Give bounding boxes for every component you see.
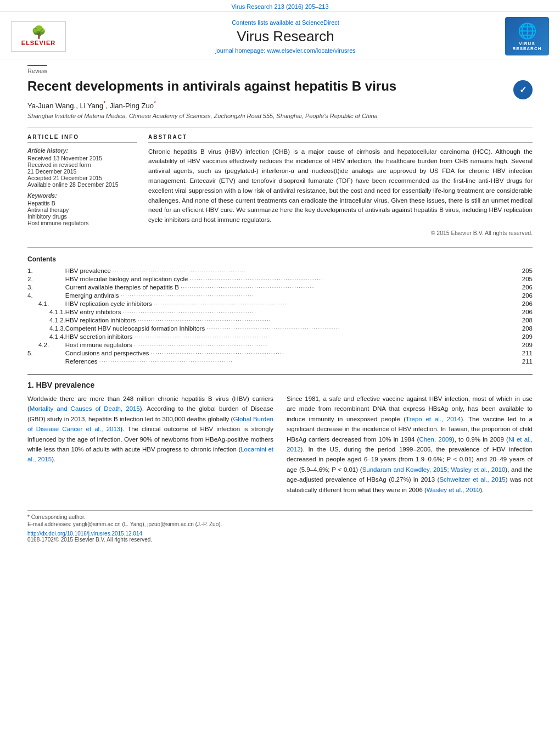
toc-num: 4.1. [27, 299, 65, 308]
ref-link-3[interactable]: Locarnini et al., 2015 [27, 446, 273, 462]
sciencedirect-label: Contents lists available at ScienceDirec… [66, 19, 505, 26]
toc-row: 4.2. Host immune regulators ············… [27, 341, 533, 349]
toc-page: 211 [511, 357, 533, 365]
section1-left-text: Worldwide there are more than 248 millio… [27, 394, 273, 465]
toc-title: HBV prevalence ·························… [65, 266, 511, 275]
contents-section: Contents 1. HBV prevalence ·············… [27, 255, 533, 365]
journal-citation: Virus Research 213 (2016) 205–213 [0, 0, 560, 12]
toc-title: HBV secretion inhibitors ···············… [65, 332, 511, 341]
contents-heading: Contents [27, 255, 533, 263]
article-history-block: Article history: Received 13 November 20… [27, 147, 137, 188]
ref-link-5[interactable]: Chen, 2009 [419, 436, 452, 443]
email-line: E-mail addresses: yangli@simm.ac.cn (L. … [27, 521, 533, 527]
copyright-line: © 2015 Elsevier B.V. All rights reserved… [148, 230, 533, 236]
virus-research-logo: 🌐 VIRUSRESEARCH [505, 17, 549, 55]
toc-page: 205 [511, 266, 533, 275]
toc-title: HBV replication inhibitors ·············… [65, 316, 511, 324]
toc-page: 209 [511, 341, 533, 349]
toc-page: 206 [511, 308, 533, 316]
keyword-4: Host immune regulators [27, 220, 137, 226]
toc-num: 3. [27, 283, 65, 291]
author2: Li Yang [80, 102, 103, 110]
main-divider [27, 374, 533, 375]
section1-heading: 1. HBV prevalence [27, 381, 533, 389]
homepage-link[interactable]: www.elsevier.com/locate/virusres [267, 47, 355, 54]
journal-homepage: journal homepage: www.elsevier.com/locat… [66, 47, 505, 54]
toc-num: 4. [27, 291, 65, 299]
abstract-panel: ABSTRACT Chronic hepatitis B virus (HBV)… [148, 134, 533, 237]
ref-link-9[interactable]: Wasley et al., 2010 [427, 487, 480, 493]
keyword-3: Inhibitory drugs [27, 213, 137, 220]
toc-page: 206 [511, 291, 533, 299]
header-center: Contents lists available at ScienceDirec… [66, 19, 505, 54]
toc-row: 3. Current available therapies of hepati… [27, 283, 533, 291]
toc-num: 4.1.4. [27, 332, 65, 341]
toc-title: Emerging antivirals ····················… [65, 291, 511, 299]
journal-title: Virus Research [66, 28, 505, 45]
email1-link[interactable]: yangli@simm.ac.cn [73, 521, 121, 527]
paper-title: Recent developments in antivirals agains… [27, 77, 508, 94]
toc-row: 4.1.3. Competent HBV nucleocapsid format… [27, 324, 533, 332]
revised-date: 21 December 2015 [27, 168, 137, 175]
ref-link-4[interactable]: Trepo et al., 2014 [406, 416, 461, 422]
keywords-block: Keywords: Hepatitis B Antiviral therapy … [27, 192, 137, 226]
doi-line[interactable]: http://dx.doi.org/10.1016/j.virusres.201… [27, 531, 533, 537]
toc-title: References ·····························… [65, 357, 511, 365]
toc-row: 5. Conclusions and perspectives ········… [27, 349, 533, 357]
toc-row: 1. HBV prevalence ······················… [27, 266, 533, 275]
section1-right-text: Since 1981, a safe and effective vaccine… [287, 394, 533, 495]
issn-line: 0168-1702/© 2015 Elsevier B.V. All right… [27, 537, 533, 543]
toc-title: HBV entry inhibitors ···················… [65, 308, 511, 316]
article-info-heading: ARTICLE INFO [27, 134, 137, 143]
email2-link[interactable]: jpzuo@simm.ac.cn [147, 521, 194, 527]
toc-table: 1. HBV prevalence ······················… [27, 266, 533, 365]
toc-row: 4.1.2. HBV replication inhibitors ······… [27, 316, 533, 324]
keyword-1: Hepatitis B [27, 200, 137, 207]
ref-link-8[interactable]: Schweitzer et al., 2015 [439, 476, 505, 483]
virus-logo-text: VIRUSRESEARCH [513, 41, 542, 51]
accepted-date: Accepted 21 December 2015 [27, 175, 137, 181]
toc-title: HBV replication cycle inhibitors ·······… [65, 299, 511, 308]
toc-page: 208 [511, 316, 533, 324]
toc-title: Conclusions and perspectives ···········… [65, 349, 511, 357]
author1: Ya-Juan Wang., [27, 102, 80, 110]
footnote-area: * Corresponding author. E-mail addresses… [27, 510, 533, 543]
toc-row: 4.1.1. HBV entry inhibitors ············… [27, 308, 533, 316]
title-row: Recent developments in antivirals agains… [27, 77, 533, 100]
journal-header: 🌳 ELSEVIER Contents lists available at S… [0, 12, 560, 59]
section-divider [27, 247, 533, 248]
author2-comma: , [106, 102, 110, 110]
toc-num: 2. [27, 275, 65, 283]
review-label: Review [27, 65, 47, 74]
toc-page: 206 [511, 283, 533, 291]
toc-title: HBV molecular biology and replication cy… [65, 275, 511, 283]
ref-link-7[interactable]: Sundaram and Kowdley, 2015; Wasley et al… [362, 466, 506, 473]
toc-title: Host immune regulators ·················… [65, 341, 511, 349]
toc-num: 5. [27, 349, 65, 357]
keywords-label: Keywords: [27, 192, 137, 199]
author3: Jian-Ping Zuo [110, 102, 154, 110]
corresponding-note: * Corresponding author. [27, 514, 533, 520]
ref-link-2[interactable]: Global Burden of Disease Cancer et al., … [27, 416, 273, 432]
toc-page: 211 [511, 349, 533, 357]
section1-left-col: Worldwide there are more than 248 millio… [27, 394, 273, 499]
toc-page: 208 [511, 324, 533, 332]
crossmark-icon[interactable]: ✓ [513, 80, 533, 99]
ref-link-6[interactable]: Ni et al., 2012 [287, 436, 533, 453]
article-info-abstract: ARTICLE INFO Article history: Received 1… [27, 127, 533, 237]
toc-title: Competent HBV nucleocapsid formation Inh… [65, 324, 511, 332]
toc-page: 206 [511, 299, 533, 308]
doi-link[interactable]: http://dx.doi.org/10.1016/j.virusres.201… [27, 531, 142, 537]
sciencedirect-link[interactable]: ScienceDirect [302, 19, 339, 26]
globe-icon: 🌐 [518, 22, 537, 40]
received-revised-label: Received in revised form [27, 161, 137, 168]
authors-line: Ya-Juan Wang., Li Yang*, Jian-Ping Zuo* [27, 100, 533, 110]
toc-row: 4. Emerging antivirals ·················… [27, 291, 533, 299]
ref-link[interactable]: Mortality and Causes of Death, 2015 [30, 405, 140, 412]
history-label: Article history: [27, 147, 137, 154]
article-info-panel: ARTICLE INFO Article history: Received 1… [27, 134, 137, 237]
elsevier-logo: 🌳 ELSEVIER [11, 21, 66, 52]
toc-row: 4.1.4. HBV secretion inhibitors ········… [27, 332, 533, 341]
toc-row: References ·····························… [27, 357, 533, 365]
toc-num: 4.1.3. [27, 324, 65, 332]
